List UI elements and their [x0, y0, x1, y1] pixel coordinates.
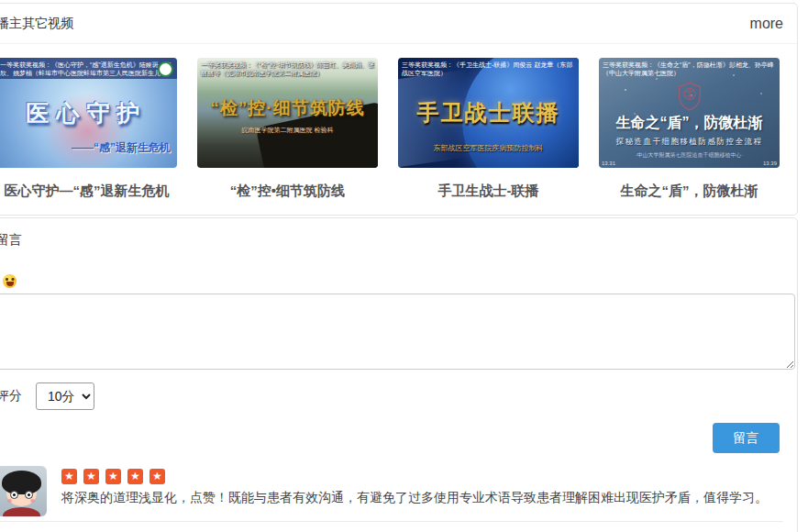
score-row: 评分 10分	[0, 382, 797, 410]
comment-item: ★ ★ ★ ★ ★ 将深奥的道理浅显化，点赞！既能与患者有效沟通，有避免了过多使…	[0, 466, 783, 522]
network-dots-graphic	[625, 89, 626, 91]
star-icon: ★	[149, 469, 165, 484]
submit-comment-button[interactable]: 留言	[713, 423, 780, 453]
thumb-title-overlay: 医心守护	[0, 98, 177, 128]
video-item-3: 三等奖获奖视频：《手卫生战士-联播》周俊云 赵龙章（东部战区空军医院） 手卫战士…	[398, 58, 579, 200]
star-icon: ★	[61, 469, 77, 484]
video-thumbnail-4[interactable]: 三等奖获奖视频：《生命之“盾”，防微杜渐》彭相龙、孙亭峰（中山大学附属第七医院）…	[599, 58, 780, 168]
award-banner-text: 三等奖获奖视频：《生命之“盾”，防微杜渐》彭相龙、孙亭峰（中山大学附属第七医院）	[599, 58, 780, 79]
other-videos-header: 播主其它视频 more	[0, 4, 797, 44]
video-thumbnail-1[interactable]: 一等奖获奖视频：《医心守护，“感”退新生危机》陆娅斑、秦欣、姚梦楠（蚌埠市中心医…	[0, 58, 177, 168]
score-label: 评分	[0, 388, 22, 405]
star-icon: ★	[127, 469, 143, 484]
other-videos-title: 播主其它视频	[0, 16, 73, 32]
avatar	[0, 466, 47, 516]
video-caption-1[interactable]: 医心守护—“感”退新生危机	[0, 183, 177, 200]
video-item-2: 一等奖获奖视频：《“检”控·细节筑防线》陈苗红、吴娟娟、张丽丽等（芜湖市皖南医学…	[197, 58, 378, 200]
shield-emblem-icon	[678, 82, 702, 111]
smiley-emoji-icon[interactable]	[3, 274, 17, 288]
comments-title: 留言	[0, 218, 797, 260]
video-caption-2[interactable]: “检”控•细节筑防线	[197, 183, 378, 200]
thumb-title-overlay: 生命之“盾”，防微杜渐	[599, 114, 780, 133]
award-banner-text: 一等奖获奖视频：《“检”控·细节筑防线》陈苗红、吴娟娟、张丽丽等（芜湖市皖南医学…	[197, 58, 378, 79]
video-thumbnail-2[interactable]: 一等奖获奖视频：《“检”控·细节筑防线》陈苗红、吴娟娟、张丽丽等（芜湖市皖南医学…	[197, 58, 378, 168]
comment-text: 将深奥的道理浅显化，点赞！既能与患者有效沟通，有避免了过多使用专业术语导致患者理…	[61, 490, 768, 505]
thumb-subtitle-overlay: 探秘造血干细胞移植防感防控全流程	[599, 137, 780, 148]
award-banner-text: 一等奖获奖视频：《医心守护，“感”退新生危机》陆娅斑、秦欣、姚梦楠（蚌埠市中心医…	[0, 58, 177, 79]
page: 播主其它视频 more 一等奖获奖视频：《医心守护，“感”退新生危机》陆娅斑、秦…	[0, 0, 798, 532]
star-icon: ★	[105, 469, 121, 484]
comments-card: 留言 评分 10分 留言	[0, 217, 798, 532]
score-select[interactable]: 10分	[36, 382, 94, 410]
thumb-corner-number: 13.31	[602, 161, 615, 166]
thumb-title-overlay: “检”控·细节筑防线	[197, 96, 378, 120]
video-thumbnail-3[interactable]: 三等奖获奖视频：《手卫生战士-联播》周俊云 赵龙章（东部战区空军医院） 手卫战士…	[398, 58, 579, 168]
thumb-subtitle-overlay: 东部战区空军医院疾病预防控制科	[398, 143, 579, 153]
video-caption-3[interactable]: 手卫生战士-联播	[398, 183, 579, 200]
video-item-1: 一等奖获奖视频：《医心守护，“感”退新生危机》陆娅斑、秦欣、姚梦楠（蚌埠市中心医…	[0, 58, 177, 200]
other-videos-card: 播主其它视频 more 一等奖获奖视频：《医心守护，“感”退新生危机》陆娅斑、秦…	[0, 3, 798, 216]
hospital-logo-icon	[158, 61, 173, 77]
thumb-footer-overlay: ·中山大学附属第七医院造血干细胞移植中心·	[599, 151, 780, 160]
thumb-corner-number: 13.39	[763, 161, 777, 166]
award-banner-text: 三等奖获奖视频：《手卫生战士-联播》周俊云 赵龙章（东部战区空军医院）	[398, 58, 579, 79]
more-link[interactable]: more	[750, 16, 783, 32]
comment-textarea[interactable]	[0, 294, 795, 370]
star-icon: ★	[83, 469, 99, 484]
thumb-subtitle-overlay: 皖南医学院第二附属医院 检验科	[197, 126, 378, 135]
star-rating: ★ ★ ★ ★ ★	[61, 469, 768, 484]
emoji-row	[0, 260, 797, 288]
videos-row: 一等奖获奖视频：《医心守护，“感”退新生危机》陆娅斑、秦欣、姚梦楠（蚌埠市中心医…	[0, 44, 797, 215]
thumb-subtitle-overlay: ——“感”退新生危机	[72, 140, 171, 156]
comment-body: ★ ★ ★ ★ ★ 将深奥的道理浅显化，点赞！既能与患者有效沟通，有避免了过多使…	[61, 466, 768, 516]
video-caption-4[interactable]: 生命之“盾”，防微杜渐	[599, 183, 780, 200]
video-item-4: 三等奖获奖视频：《生命之“盾”，防微杜渐》彭相龙、孙亭峰（中山大学附属第七医院）…	[599, 58, 780, 200]
thumb-title-overlay: 手卫战士联播	[398, 98, 579, 127]
submit-row: 留言	[0, 423, 780, 453]
